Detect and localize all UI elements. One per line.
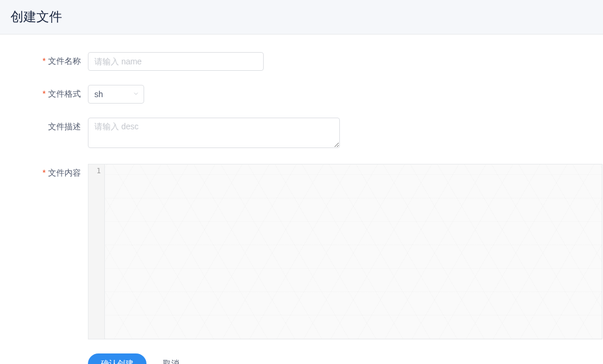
description-label: 文件描述 bbox=[0, 118, 88, 132]
filename-label: 文件名称 bbox=[0, 52, 88, 67]
format-row: 文件格式 sh bbox=[0, 85, 603, 104]
code-content-area[interactable] bbox=[105, 164, 602, 339]
format-select[interactable]: sh bbox=[88, 85, 144, 104]
create-file-form: 文件名称 文件格式 sh 文件描述 文件内容 bbox=[0, 35, 603, 364]
content-label: 文件内容 bbox=[0, 164, 88, 178]
description-textarea[interactable] bbox=[88, 118, 340, 148]
description-row: 文件描述 bbox=[0, 118, 603, 150]
button-row: 确认创建 取消 bbox=[0, 353, 603, 364]
filename-input[interactable] bbox=[88, 52, 264, 71]
filename-row: 文件名称 bbox=[0, 52, 603, 71]
format-select-value[interactable]: sh bbox=[88, 85, 144, 104]
content-row: 文件内容 1 bbox=[0, 164, 603, 339]
code-gutter: 1 bbox=[88, 164, 105, 339]
line-number: 1 bbox=[88, 167, 101, 175]
code-editor: 1 bbox=[88, 164, 602, 339]
confirm-create-button[interactable]: 确认创建 bbox=[88, 353, 147, 364]
cancel-button[interactable]: 取消 bbox=[158, 353, 184, 364]
page-header: 创建文件 bbox=[0, 0, 603, 35]
page-title: 创建文件 bbox=[11, 8, 592, 26]
format-label: 文件格式 bbox=[0, 85, 88, 99]
